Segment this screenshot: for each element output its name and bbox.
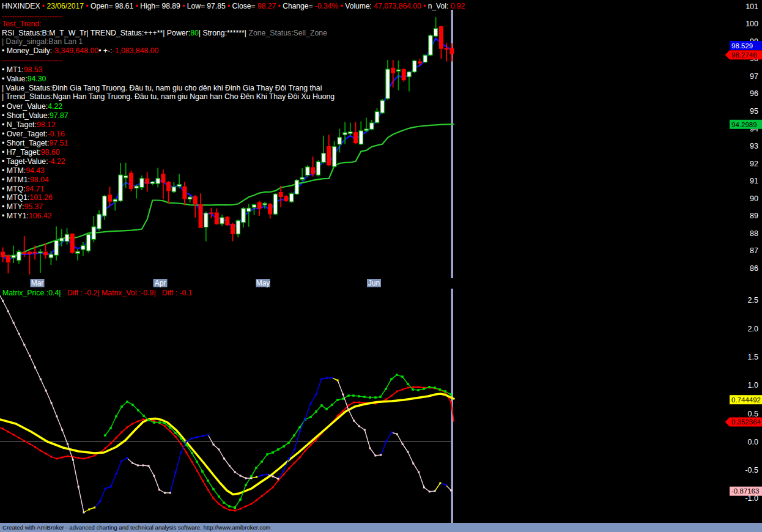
svg-text:2.5: 2.5 bbox=[748, 296, 758, 305]
svg-text:• N_Taget:98.12: • N_Taget:98.12 bbox=[2, 120, 56, 129]
svg-text:90: 90 bbox=[750, 194, 758, 203]
svg-text:• MTY1:106.42: • MTY1:106.42 bbox=[2, 212, 52, 220]
svg-text:Mar: Mar bbox=[31, 279, 44, 287]
svg-text:98.2746: 98.2746 bbox=[731, 51, 757, 59]
svg-text:2.0: 2.0 bbox=[748, 325, 758, 333]
svg-text:94.2989: 94.2989 bbox=[731, 121, 757, 128]
svg-text:• Over_Value:4.22: • Over_Value:4.22 bbox=[2, 102, 62, 111]
svg-text:86: 86 bbox=[750, 264, 758, 273]
svg-text:93: 93 bbox=[750, 142, 758, 150]
svg-text:0.5: 0.5 bbox=[748, 410, 758, 418]
svg-text:May: May bbox=[256, 279, 270, 287]
svg-text:Created with AmiBroker - advan: Created with AmiBroker - advanced charti… bbox=[2, 524, 270, 531]
svg-text:• MTQ1:101.26: • MTQ1:101.26 bbox=[2, 193, 53, 202]
svg-text:88: 88 bbox=[750, 229, 758, 238]
svg-text:• H7_Taget:98.60: • H7_Taget:98.60 bbox=[2, 148, 60, 157]
svg-text:0.744492: 0.744492 bbox=[731, 396, 761, 404]
svg-text:98.529: 98.529 bbox=[731, 42, 753, 50]
svg-text:95: 95 bbox=[750, 107, 758, 116]
svg-text:0.0: 0.0 bbox=[748, 438, 758, 446]
svg-text:0.352364: 0.352364 bbox=[731, 418, 761, 426]
svg-text:------------------------: ------------------------ bbox=[2, 56, 62, 65]
svg-text:• Over_Taget:-0.16: • Over_Taget:-0.16 bbox=[2, 130, 65, 138]
svg-text:| Value_Status:Đinh Gia Tang T: | Value_Status:Đinh Gia Tang Truong. Đâu… bbox=[2, 84, 322, 92]
svg-text:1.0: 1.0 bbox=[748, 381, 758, 390]
svg-text:96: 96 bbox=[750, 89, 758, 98]
svg-text:• Value:94.30: • Value:94.30 bbox=[2, 75, 46, 83]
svg-text:-0.5: -0.5 bbox=[745, 466, 758, 475]
svg-text:| Trend_Status:Ngan Han Tang T: | Trend_Status:Ngan Han Tang Truong. Đâu… bbox=[2, 92, 335, 101]
svg-text:• Short_Value:97.87: • Short_Value:97.87 bbox=[2, 111, 68, 120]
svg-text:| Daily_singal:Ban Lan 1: | Daily_singal:Ban Lan 1 bbox=[2, 37, 83, 46]
svg-text:Apr: Apr bbox=[155, 279, 166, 287]
svg-text:• MTM1:98.04: • MTM1:98.04 bbox=[2, 175, 49, 184]
svg-text:• MT1:98.53: • MT1:98.53 bbox=[2, 65, 43, 74]
svg-text:• Money_Daily:-3,349,648.00• +: • Money_Daily:-3,349,648.00• +-:-1,083,8… bbox=[2, 46, 159, 55]
svg-text:Test_Trend:: Test_Trend: bbox=[2, 20, 41, 28]
svg-text:-0.87163: -0.87163 bbox=[731, 487, 759, 495]
svg-text:Matrix_Price :0.4| Diff : -0: Matrix_Price :0.4| Diff : -0.2| Matrix_V… bbox=[2, 289, 193, 297]
svg-text:• Short_Taget:97.51: • Short_Taget:97.51 bbox=[2, 139, 68, 147]
svg-text:91: 91 bbox=[750, 177, 758, 185]
svg-text:RSI_Status:B:M_T_W_Tr| TREND_S: RSI_Status:B:M_T_W_Tr| TREND_Status:+++*… bbox=[2, 29, 327, 37]
svg-text:97: 97 bbox=[750, 72, 758, 81]
svg-text:Jun: Jun bbox=[368, 279, 380, 287]
svg-text:87: 87 bbox=[750, 246, 758, 255]
svg-text:1.5: 1.5 bbox=[748, 353, 758, 361]
svg-text:89: 89 bbox=[750, 212, 758, 220]
svg-text:• MTM:94.43: • MTM:94.43 bbox=[2, 166, 45, 175]
svg-text:• MTQ:94.71: • MTQ:94.71 bbox=[2, 185, 44, 193]
svg-text:HNXINDEX • 23/06/2017 • Open=: HNXINDEX • 23/06/2017 • Open= 98.61 • Hi… bbox=[2, 2, 465, 10]
svg-text:92: 92 bbox=[750, 160, 758, 168]
svg-text:101: 101 bbox=[745, 2, 758, 11]
svg-text:100: 100 bbox=[745, 20, 758, 28]
svg-text:• Taget-Value:-4.22: • Taget-Value:-4.22 bbox=[2, 157, 65, 166]
svg-text:• MTY:95.37: • MTY:95.37 bbox=[2, 202, 43, 211]
